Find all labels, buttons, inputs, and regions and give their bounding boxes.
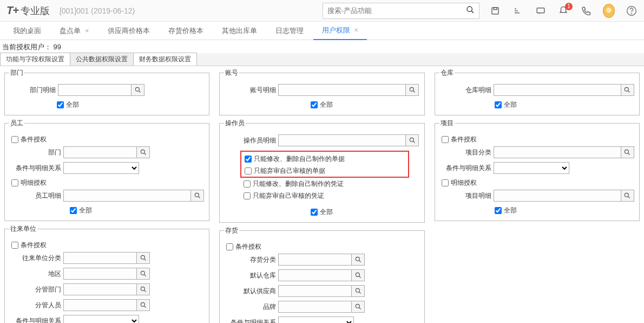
lookup-input[interactable] [58,84,132,96]
phone-icon[interactable] [580,5,592,17]
close-icon[interactable]: × [354,26,359,34]
lookup-input[interactable] [63,283,137,295]
admin-dept-lookup[interactable] [63,283,150,295]
label: 条件与明细关系 [224,318,278,324]
svg-line-30 [359,292,361,294]
checkbox-detail-auth[interactable] [442,179,449,186]
search-input[interactable] [327,7,466,15]
close-icon[interactable]: × [85,27,89,35]
lookup-button[interactable] [132,84,144,96]
lookup-input[interactable] [278,134,406,146]
lookup-input[interactable] [494,190,621,202]
cond-rel-select[interactable] [494,162,569,174]
brand-lookup[interactable] [278,301,365,313]
subtab-function-field[interactable]: 功能与字段权限设置 [0,53,70,66]
tab-other-outbound[interactable]: 其他出库单 [213,22,266,40]
def-wh-lookup[interactable] [278,269,365,281]
tab-label: 用户权限 [322,25,350,35]
lookup-input[interactable] [63,268,137,280]
checkbox-cond-auth[interactable] [11,242,18,249]
wh-detail-lookup[interactable] [494,84,634,96]
checkbox-op1[interactable] [245,156,252,163]
tab-desktop[interactable]: 我的桌面 [4,22,50,40]
cond-rel-select[interactable] [63,162,139,174]
cond-rel-select[interactable] [278,316,354,323]
legend: 员工 [9,119,24,128]
lookup-input[interactable] [278,254,352,266]
lookup-button[interactable] [621,146,634,158]
operator-detail-lookup[interactable] [278,134,419,146]
tab-label: 供应商价格本 [108,26,150,36]
lookup-input[interactable] [278,285,352,297]
checkbox-cond-auth[interactable] [442,136,449,143]
checkbox-all[interactable] [495,101,502,108]
proj-cat-lookup[interactable] [494,146,634,158]
tab-log-manage[interactable]: 日志管理 [267,22,312,40]
subtab-finance-data[interactable]: 财务数据权限设置 [133,53,197,66]
checkbox-cond-auth[interactable] [226,243,233,250]
global-search[interactable] [323,3,479,19]
lookup-button[interactable] [137,283,150,295]
lookup-button[interactable] [352,285,365,297]
lookup-button[interactable] [352,254,365,266]
region-lookup[interactable] [63,268,150,280]
user-avatar[interactable] [603,5,615,17]
inv-cat-lookup[interactable] [278,254,365,266]
lookup-button[interactable] [137,146,150,158]
tab-user-permission[interactable]: 用户权限× [313,22,367,40]
dept-detail-lookup[interactable] [58,84,144,96]
label: 明细授权 [21,178,47,188]
label: 条件与明细关系 [9,316,63,324]
lookup-input[interactable] [63,299,137,311]
bell-icon[interactable]: 1 [557,5,569,17]
lookup-button[interactable] [406,134,419,146]
checkbox-all[interactable] [70,207,77,214]
cond-rel-select[interactable] [63,315,139,323]
lookup-input[interactable] [278,301,352,313]
checkbox-cond-auth[interactable] [11,136,18,143]
message-icon[interactable] [535,5,547,17]
lookup-input[interactable] [63,146,137,158]
dept-lookup[interactable] [63,146,150,158]
save-icon[interactable] [489,5,501,17]
lookup-button[interactable] [621,84,634,96]
subtab-public-data[interactable]: 公共数据权限设置 [70,53,134,66]
checkbox-op4[interactable] [244,192,251,199]
checkbox-op3[interactable] [244,180,251,188]
lookup-input[interactable] [278,269,352,281]
def-sup-lookup[interactable] [278,285,365,297]
admin-person-lookup[interactable] [63,299,150,311]
search-icon[interactable] [466,5,475,16]
lookup-button[interactable] [137,252,150,264]
lookup-button[interactable] [352,301,365,313]
lookup-input[interactable] [494,146,621,158]
checkbox-op2[interactable] [245,167,252,175]
partner-cat-lookup[interactable] [63,252,150,264]
tab-supplier-price[interactable]: 供应商价格本 [99,22,159,40]
lookup-button[interactable] [137,268,150,280]
lookup-button[interactable] [621,190,634,202]
list-icon[interactable] [512,5,524,17]
checkbox-detail-auth[interactable] [11,179,18,186]
lookup-button[interactable] [137,299,150,311]
tab-inventory-price[interactable]: 存货价格本 [160,22,212,40]
lookup-input[interactable] [63,190,191,202]
emp-detail-lookup[interactable] [63,190,204,202]
col-middle: 账号 账号明细 全部 操作员 操作员明细 [219,68,424,323]
svg-point-29 [356,288,359,292]
checkbox-all[interactable] [311,209,318,216]
proj-detail-lookup[interactable] [494,190,634,202]
label: 项目分类 [439,148,494,157]
tab-inventory-check[interactable]: 盘点单× [51,22,98,40]
lookup-input[interactable] [278,84,406,96]
lookup-button[interactable] [191,190,204,202]
help-icon[interactable] [626,5,638,17]
lookup-input[interactable] [63,252,137,264]
lookup-button[interactable] [406,84,419,96]
checkbox-all[interactable] [495,207,502,214]
checkbox-all[interactable] [311,101,318,108]
lookup-input[interactable] [494,84,621,96]
lookup-button[interactable] [352,269,365,281]
checkbox-all[interactable] [57,101,64,108]
acct-detail-lookup[interactable] [278,84,419,96]
